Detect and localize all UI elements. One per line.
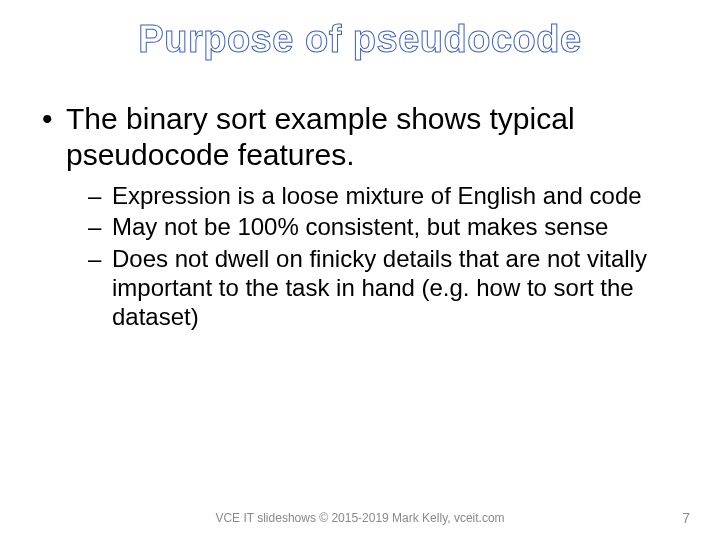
bullet-sub-text: Does not dwell on finicky details that a… [112,245,647,331]
list-item: May not be 100% consistent, but makes se… [84,212,684,241]
list-item: The binary sort example shows typical ps… [36,101,684,331]
slide-footer: VCE IT slideshows © 2015-2019 Mark Kelly… [0,510,720,526]
slide-content: The binary sort example shows typical ps… [36,101,684,331]
list-item: Does not dwell on finicky details that a… [84,244,684,332]
list-item: Expression is a loose mixture of English… [84,181,684,210]
bullet-list-level1: The binary sort example shows typical ps… [36,101,684,331]
bullet-list-level2: Expression is a loose mixture of English… [66,181,684,331]
footer-credit: VCE IT slideshows © 2015-2019 Mark Kelly… [215,511,504,525]
page-number: 7 [682,510,690,526]
bullet-main-text: The binary sort example shows typical ps… [66,102,575,171]
bullet-sub-text: May not be 100% consistent, but makes se… [112,213,608,240]
bullet-sub-text: Expression is a loose mixture of English… [112,182,642,209]
slide-title: Purpose of pseudocode [0,18,720,61]
